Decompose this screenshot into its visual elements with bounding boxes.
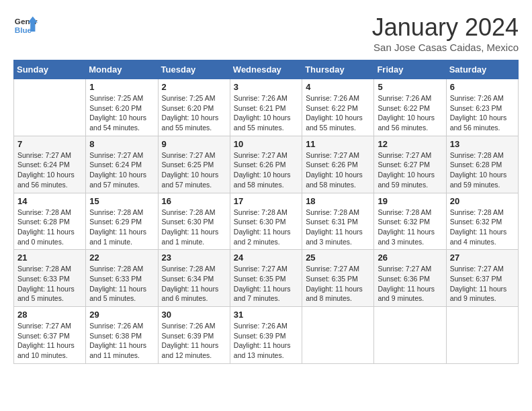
calendar-table: SundayMondayTuesdayWednesdayThursdayFrid… (13, 60, 519, 364)
day-number: 22 (89, 253, 154, 263)
day-number: 23 (162, 253, 226, 263)
calendar-cell: 31Sunrise: 7:26 AMSunset: 6:39 PMDayligh… (230, 307, 302, 364)
calendar-cell: 1Sunrise: 7:25 AMSunset: 6:20 PMDaylight… (86, 79, 158, 136)
calendar-cell (302, 307, 374, 364)
day-number: 19 (378, 196, 442, 206)
day-number: 5 (378, 82, 442, 92)
day-info: Sunrise: 7:28 AMSunset: 6:34 PMDaylight:… (162, 264, 226, 304)
calendar-cell: 27Sunrise: 7:27 AMSunset: 6:37 PMDayligh… (446, 250, 518, 307)
day-number: 13 (450, 139, 515, 149)
calendar-cell: 16Sunrise: 7:28 AMSunset: 6:30 PMDayligh… (158, 193, 230, 250)
week-row-3: 14Sunrise: 7:28 AMSunset: 6:28 PMDayligh… (14, 193, 519, 250)
day-number: 1 (89, 82, 154, 92)
calendar-cell: 2Sunrise: 7:25 AMSunset: 6:20 PMDaylight… (158, 79, 230, 136)
day-number: 16 (162, 196, 226, 206)
calendar-cell: 15Sunrise: 7:28 AMSunset: 6:29 PMDayligh… (86, 193, 158, 250)
day-info: Sunrise: 7:26 AMSunset: 6:39 PMDaylight:… (162, 321, 226, 361)
day-info: Sunrise: 7:28 AMSunset: 6:28 PMDaylight:… (450, 150, 515, 190)
day-number: 18 (306, 196, 370, 206)
day-number: 2 (162, 82, 226, 92)
day-info: Sunrise: 7:26 AMSunset: 6:22 PMDaylight:… (378, 93, 442, 133)
day-number: 6 (450, 82, 515, 92)
day-number: 24 (234, 253, 298, 263)
day-number: 9 (162, 139, 226, 149)
day-info: Sunrise: 7:28 AMSunset: 6:32 PMDaylight:… (450, 208, 515, 247)
calendar-cell: 25Sunrise: 7:27 AMSunset: 6:35 PMDayligh… (302, 250, 374, 307)
day-info: Sunrise: 7:27 AMSunset: 6:25 PMDaylight:… (162, 150, 226, 190)
calendar-cell (14, 79, 86, 136)
day-number: 29 (89, 310, 154, 320)
calendar-cell: 30Sunrise: 7:26 AMSunset: 6:39 PMDayligh… (158, 307, 230, 364)
calendar-cell: 21Sunrise: 7:28 AMSunset: 6:33 PMDayligh… (14, 250, 86, 307)
calendar-cell: 24Sunrise: 7:27 AMSunset: 6:35 PMDayligh… (230, 250, 302, 307)
header-saturday: Saturday (446, 60, 518, 79)
day-number: 3 (234, 82, 298, 92)
calendar-cell: 9Sunrise: 7:27 AMSunset: 6:25 PMDaylight… (158, 136, 230, 193)
day-number: 25 (306, 253, 370, 263)
svg-text:Blue: Blue (15, 26, 32, 34)
day-info: Sunrise: 7:28 AMSunset: 6:29 PMDaylight:… (89, 208, 154, 247)
calendar-cell: 13Sunrise: 7:28 AMSunset: 6:28 PMDayligh… (446, 136, 518, 193)
calendar-cell: 4Sunrise: 7:26 AMSunset: 6:22 PMDaylight… (302, 79, 374, 136)
day-info: Sunrise: 7:28 AMSunset: 6:30 PMDaylight:… (162, 208, 226, 247)
day-info: Sunrise: 7:26 AMSunset: 6:22 PMDaylight:… (306, 93, 370, 133)
calendar-cell: 8Sunrise: 7:27 AMSunset: 6:24 PMDaylight… (86, 136, 158, 193)
day-info: Sunrise: 7:27 AMSunset: 6:24 PMDaylight:… (17, 150, 82, 190)
day-info: Sunrise: 7:27 AMSunset: 6:37 PMDaylight:… (17, 321, 82, 361)
day-number: 10 (234, 139, 298, 149)
week-row-1: 1Sunrise: 7:25 AMSunset: 6:20 PMDaylight… (14, 79, 519, 136)
day-info: Sunrise: 7:27 AMSunset: 6:26 PMDaylight:… (234, 150, 298, 190)
header-monday: Monday (86, 60, 158, 79)
calendar-cell: 29Sunrise: 7:26 AMSunset: 6:38 PMDayligh… (86, 307, 158, 364)
calendar-cell: 26Sunrise: 7:27 AMSunset: 6:36 PMDayligh… (374, 250, 446, 307)
calendar-cell: 20Sunrise: 7:28 AMSunset: 6:32 PMDayligh… (446, 193, 518, 250)
day-number: 26 (378, 253, 442, 263)
day-number: 12 (378, 139, 442, 149)
logo: General Blue (13, 13, 38, 38)
location: San Jose Casas Caidas, Mexico (372, 42, 519, 53)
day-info: Sunrise: 7:28 AMSunset: 6:32 PMDaylight:… (378, 208, 442, 247)
day-number: 31 (234, 310, 298, 320)
day-number: 21 (17, 253, 82, 263)
calendar-cell: 14Sunrise: 7:28 AMSunset: 6:28 PMDayligh… (14, 193, 86, 250)
day-info: Sunrise: 7:27 AMSunset: 6:35 PMDaylight:… (234, 264, 298, 304)
day-number: 27 (450, 253, 515, 263)
header-tuesday: Tuesday (158, 60, 230, 79)
header-row: SundayMondayTuesdayWednesdayThursdayFrid… (14, 60, 519, 79)
calendar-cell: 28Sunrise: 7:27 AMSunset: 6:37 PMDayligh… (14, 307, 86, 364)
day-number: 28 (17, 310, 82, 320)
calendar-cell: 12Sunrise: 7:27 AMSunset: 6:27 PMDayligh… (374, 136, 446, 193)
page-header: General Blue January 2024 San Jose Casas… (13, 13, 519, 53)
calendar-cell: 11Sunrise: 7:27 AMSunset: 6:26 PMDayligh… (302, 136, 374, 193)
day-info: Sunrise: 7:26 AMSunset: 6:38 PMDaylight:… (89, 321, 154, 361)
week-row-2: 7Sunrise: 7:27 AMSunset: 6:24 PMDaylight… (14, 136, 519, 193)
month-title: January 2024 (372, 13, 519, 42)
day-info: Sunrise: 7:27 AMSunset: 6:24 PMDaylight:… (89, 150, 154, 190)
header-sunday: Sunday (14, 60, 86, 79)
day-info: Sunrise: 7:27 AMSunset: 6:26 PMDaylight:… (306, 150, 370, 190)
day-info: Sunrise: 7:28 AMSunset: 6:28 PMDaylight:… (17, 208, 82, 247)
day-number: 8 (89, 139, 154, 149)
day-number: 17 (234, 196, 298, 206)
day-info: Sunrise: 7:27 AMSunset: 6:37 PMDaylight:… (450, 264, 515, 304)
logo-icon: General Blue (13, 13, 38, 38)
day-info: Sunrise: 7:26 AMSunset: 6:39 PMDaylight:… (234, 321, 298, 361)
day-number: 7 (17, 139, 82, 149)
calendar-cell: 3Sunrise: 7:26 AMSunset: 6:21 PMDaylight… (230, 79, 302, 136)
day-info: Sunrise: 7:25 AMSunset: 6:20 PMDaylight:… (89, 93, 154, 133)
day-info: Sunrise: 7:27 AMSunset: 6:27 PMDaylight:… (378, 150, 442, 190)
calendar-cell: 7Sunrise: 7:27 AMSunset: 6:24 PMDaylight… (14, 136, 86, 193)
day-info: Sunrise: 7:26 AMSunset: 6:23 PMDaylight:… (450, 93, 515, 133)
day-info: Sunrise: 7:26 AMSunset: 6:21 PMDaylight:… (234, 93, 298, 133)
calendar-cell: 10Sunrise: 7:27 AMSunset: 6:26 PMDayligh… (230, 136, 302, 193)
calendar-cell: 6Sunrise: 7:26 AMSunset: 6:23 PMDaylight… (446, 79, 518, 136)
calendar-cell (446, 307, 518, 364)
calendar-cell (374, 307, 446, 364)
day-number: 30 (162, 310, 226, 320)
title-section: January 2024 San Jose Casas Caidas, Mexi… (372, 13, 519, 53)
day-info: Sunrise: 7:25 AMSunset: 6:20 PMDaylight:… (162, 93, 226, 133)
header-thursday: Thursday (302, 60, 374, 79)
day-number: 15 (89, 196, 154, 206)
day-info: Sunrise: 7:28 AMSunset: 6:30 PMDaylight:… (234, 208, 298, 247)
day-info: Sunrise: 7:28 AMSunset: 6:31 PMDaylight:… (306, 208, 370, 247)
